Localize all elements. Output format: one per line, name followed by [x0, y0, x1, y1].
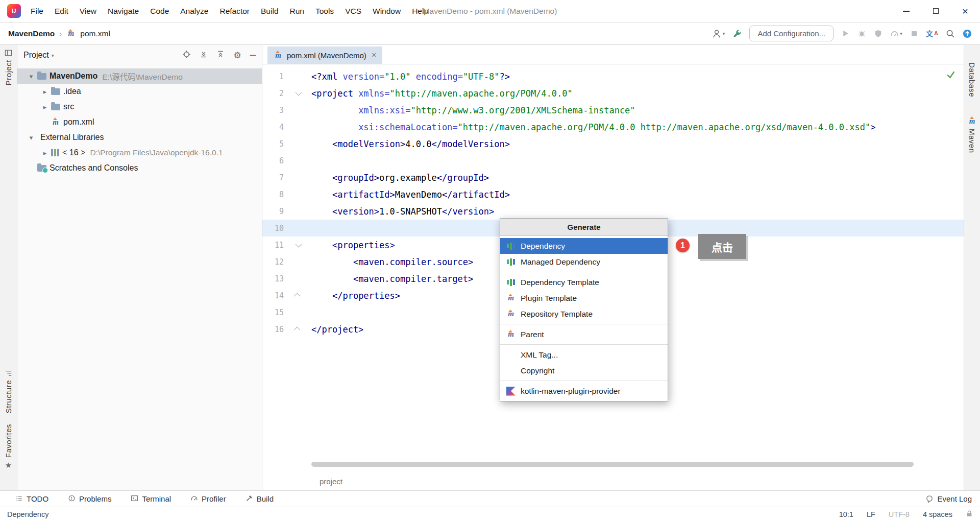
horizontal-scrollbar[interactable]	[311, 462, 914, 467]
lock-icon[interactable]	[966, 510, 973, 519]
code-text: <groupId>org.example</groupId>	[311, 173, 489, 183]
caret-position-widget[interactable]: 10:1	[839, 510, 853, 518]
tool-window-button-terminal[interactable]: Terminal	[131, 494, 171, 504]
encoding-widget[interactable]: UTF-8	[889, 510, 910, 518]
tree-collapsed-arrow-icon[interactable]: ▸	[39, 103, 51, 111]
maximize-button[interactable]	[921, 0, 950, 22]
event-log-button[interactable]: Event Log	[925, 494, 972, 503]
code-line[interactable]: 4 xsi:schemaLocation="http://maven.apach…	[262, 119, 964, 135]
fold-up-icon[interactable]	[284, 293, 311, 298]
search-icon[interactable]	[946, 29, 955, 38]
bars-icon	[506, 242, 516, 251]
toolbar-actions: ▾ Add Configuration... ▾ 文A	[712, 26, 972, 41]
code-line[interactable]: 3 xmlns:xsi="http://www.w3.org/2001/XMLS…	[262, 102, 964, 119]
run-icon[interactable]	[841, 29, 850, 38]
menu-tools[interactable]: Tools	[310, 0, 339, 22]
breadcrumb-file[interactable]: pom.xml	[80, 29, 110, 38]
add-configuration-button[interactable]: Add Configuration...	[749, 26, 834, 41]
breadcrumb: MavenDemo › m pom.xml	[8, 29, 110, 38]
menu-item-managed-dependency[interactable]: Managed Dependency	[500, 254, 668, 270]
code-line[interactable]: 9 <version>1.0-SNAPSHOT</version>	[262, 203, 964, 220]
inspections-ok-icon[interactable]	[946, 69, 955, 81]
expand-all-icon[interactable]	[200, 50, 208, 60]
tool-strip-structure[interactable]: Structure	[0, 370, 17, 413]
code-text: <?xml version="1.0" encoding="UTF-8"?>	[311, 72, 510, 82]
profile-icon[interactable]: ▾	[712, 29, 725, 38]
menu-item-plugin-template[interactable]: mPlugin Template	[500, 290, 668, 306]
translate-icon[interactable]: 文A	[926, 30, 938, 37]
menu-window[interactable]: Window	[367, 0, 406, 22]
folder-icon	[51, 88, 60, 95]
menu-vcs[interactable]: VCS	[339, 0, 367, 22]
tree-row-scratches-and-consoles[interactable]: Scratches and Consoles	[17, 160, 262, 176]
menu-item-repository-template[interactable]: mRepository Template	[500, 306, 668, 322]
tool-window-button-problems[interactable]: Problems	[68, 494, 111, 504]
tool-window-button-build[interactable]: Build	[246, 494, 274, 504]
fold-down-icon[interactable]	[284, 91, 311, 96]
menu-item-dependency-template[interactable]: Dependency Template	[500, 274, 668, 290]
tool-window-button-todo[interactable]: TODO	[15, 494, 48, 504]
line-number: 14	[262, 291, 284, 300]
hide-panel-icon[interactable]: ─	[250, 51, 256, 59]
menu-item-kotlin-maven-plugin-provider[interactable]: kotlin-maven-plugin-provider	[500, 383, 668, 399]
menu-navigate[interactable]: Navigate	[102, 0, 144, 22]
line-separator-widget[interactable]: LF	[867, 510, 875, 518]
tree-row-idea[interactable]: ▸.idea	[17, 84, 262, 99]
line-number: 3	[262, 106, 284, 115]
minimize-button[interactable]	[891, 0, 921, 22]
tool-strip-database[interactable]: Database	[964, 62, 980, 97]
profiler-icon[interactable]: ▾	[890, 29, 902, 38]
locate-file-icon[interactable]	[182, 50, 191, 61]
code-line[interactable]: 7 <groupId>org.example</groupId>	[262, 169, 964, 186]
close-tab-icon[interactable]: ×	[372, 51, 376, 60]
tree-item-path: D:\Program Files\Java\openjdk-16.0.1	[90, 148, 223, 157]
tree-row-external-libraries[interactable]: ▾External Libraries	[17, 130, 262, 145]
tree-collapsed-arrow-icon[interactable]: ▸	[39, 149, 51, 157]
menu-edit[interactable]: Edit	[49, 0, 74, 22]
fold-up-icon[interactable]	[284, 327, 311, 331]
tool-strip-project[interactable]: Project	[0, 49, 17, 85]
tree-expanded-arrow-icon[interactable]: ▾	[25, 73, 37, 80]
code-line[interactable]: 5 <modelVersion>4.0.0</modelVersion>	[262, 135, 964, 152]
close-button[interactable]: ×	[950, 0, 980, 22]
menu-file[interactable]: File	[25, 0, 49, 22]
menu-build[interactable]: Build	[255, 0, 284, 22]
tree-row-mavendemo[interactable]: ▾MavenDemoE:\源代码\MavenDemo	[17, 68, 262, 84]
menu-item-copyright[interactable]: Copyright	[500, 363, 668, 378]
chevron-down-icon[interactable]: ▾	[52, 53, 54, 58]
settings-gear-icon[interactable]: ⚙	[233, 51, 241, 60]
tree-row-16[interactable]: ▸< 16 >D:\Program Files\Java\openjdk-16.…	[17, 145, 262, 160]
menu-item-parent[interactable]: mParent	[500, 326, 668, 342]
code-line[interactable]: 1<?xml version="1.0" encoding="UTF-8"?>	[262, 68, 964, 85]
tool-window-button-profiler[interactable]: Profiler	[190, 494, 226, 504]
menu-view[interactable]: View	[74, 0, 102, 22]
hammer-icon[interactable]	[732, 29, 742, 38]
tree-collapsed-arrow-icon[interactable]: ▸	[39, 88, 51, 96]
breadcrumb-project[interactable]: MavenDemo	[8, 29, 55, 38]
menu-item-dependency[interactable]: Dependency	[500, 238, 668, 254]
tool-strip-maven[interactable]: m Maven	[964, 116, 980, 153]
menu-run[interactable]: Run	[284, 0, 310, 22]
update-icon[interactable]	[963, 29, 972, 38]
menu-item-label: Repository Template	[521, 310, 593, 319]
stop-icon[interactable]	[910, 30, 918, 38]
project-panel-title[interactable]: Project	[23, 51, 49, 60]
fold-down-icon[interactable]	[284, 243, 311, 247]
indent-widget[interactable]: 4 spaces	[923, 510, 952, 518]
editor-tab[interactable]: m pom.xml (MavenDemo) ×	[267, 46, 382, 64]
code-line[interactable]: 6	[262, 152, 964, 169]
menu-code[interactable]: Code	[144, 0, 175, 22]
debug-icon[interactable]	[857, 29, 866, 38]
menu-refactor[interactable]: Refactor	[214, 0, 255, 22]
tool-strip-favorites[interactable]: Favorites ★	[0, 424, 17, 470]
tree-expanded-arrow-icon[interactable]: ▾	[25, 134, 37, 141]
tree-row-pom-xml[interactable]: mpom.xml	[17, 114, 262, 130]
menu-analyze[interactable]: Analyze	[175, 0, 214, 22]
collapse-all-icon[interactable]	[216, 50, 225, 60]
coverage-icon[interactable]	[874, 29, 883, 38]
code-line[interactable]: 2<project xmlns="http://maven.apache.org…	[262, 85, 964, 102]
code-line[interactable]: 8 <artifactId>MavenDemo</artifactId>	[262, 186, 964, 203]
tree-row-src[interactable]: ▸src	[17, 99, 262, 114]
menu-item-xml-tag[interactable]: XML Tag...	[500, 347, 668, 363]
editor-breadcrumb-project[interactable]: project	[320, 477, 342, 486]
